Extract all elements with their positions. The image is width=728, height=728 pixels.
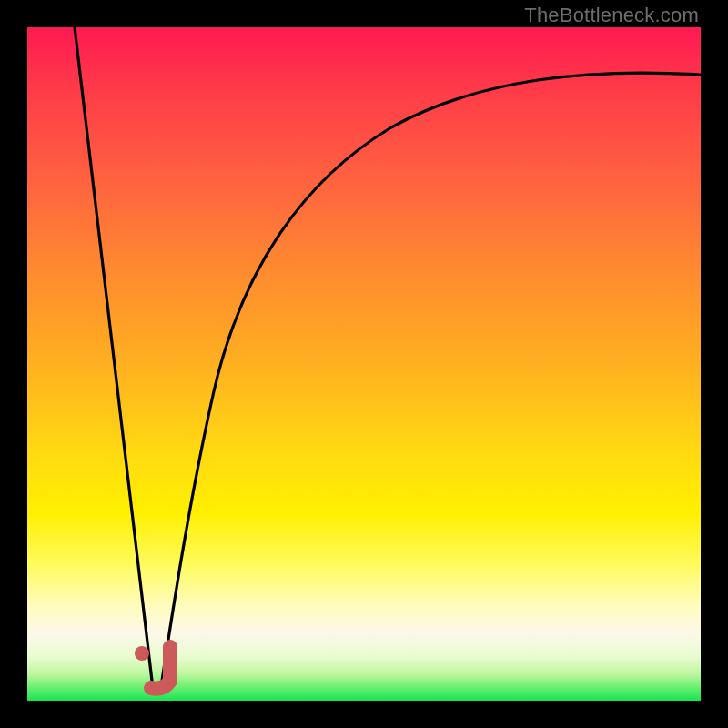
j-marker: [151, 647, 170, 689]
left-line: [75, 27, 152, 681]
outer-frame: TheBottleneck.com: [0, 0, 728, 728]
attribution-label: TheBottleneck.com: [524, 4, 699, 27]
right-curve: [162, 73, 701, 681]
plot-area: [27, 27, 701, 701]
curves-svg: [27, 27, 701, 701]
marker-dot: [135, 646, 149, 661]
